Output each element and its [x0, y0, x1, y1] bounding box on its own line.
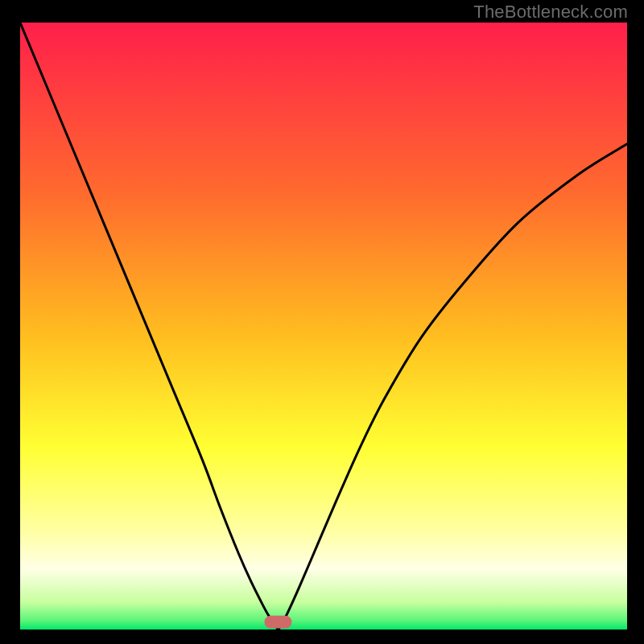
plot-area: [20, 23, 627, 630]
chart-frame: TheBottleneck.com: [0, 0, 644, 644]
optimal-marker: [264, 616, 291, 629]
bottleneck-chart-svg: [20, 23, 627, 630]
watermark-text: TheBottleneck.com: [473, 2, 628, 23]
gradient-background: [20, 23, 627, 630]
